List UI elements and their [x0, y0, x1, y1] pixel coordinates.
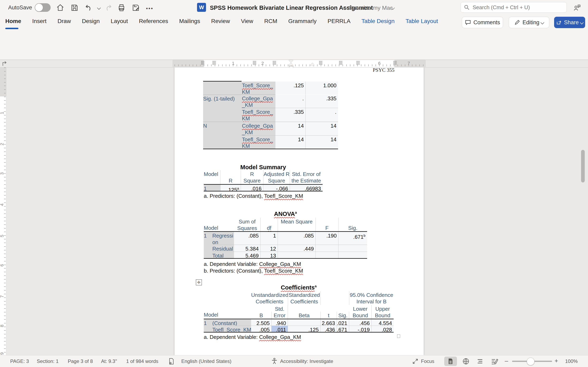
table-header-cell[interactable]: F [316, 218, 338, 231]
save-icon[interactable] [70, 4, 79, 12]
page-header-text[interactable]: PSYC 355 [373, 67, 394, 73]
document-page[interactable]: PSYC 355 Sig. (1-tailed) N Toefl_Score_K… [174, 67, 424, 355]
table-header-cell[interactable]: R Square [241, 170, 263, 184]
table-cell[interactable]: 2.663 [320, 319, 337, 325]
table-cell[interactable]: 12 [260, 245, 278, 252]
table-cell[interactable]: 1 [204, 319, 212, 332]
table-header-cell[interactable]: Model [204, 291, 251, 319]
table-header-cell[interactable]: Sig. [338, 218, 367, 231]
table-cell[interactable]: Toefl_Score_KM [212, 325, 251, 332]
focus-button[interactable]: Focus [421, 359, 434, 364]
zoom-level[interactable]: 100% [565, 359, 578, 364]
table-cell[interactable]: .085 [278, 232, 316, 245]
share-people-icon[interactable] [573, 4, 581, 12]
table-cell[interactable]: 13 [260, 252, 278, 258]
search-input[interactable] [472, 4, 563, 11]
table-cell[interactable]: 1 [204, 232, 212, 258]
undo-icon[interactable] [85, 4, 93, 12]
table-column-marker[interactable] [339, 61, 343, 65]
table-cell[interactable]: .940 [272, 319, 288, 325]
anova-footnote-a[interactable]: a. Dependent Variable: College_Gpa_KM [204, 261, 301, 267]
table-cell[interactable] [338, 252, 367, 258]
status-word-count[interactable]: 1 of 984 words [126, 359, 158, 364]
status-section[interactable]: Section: 1 [37, 359, 59, 364]
draft-view-icon[interactable] [491, 358, 498, 365]
table-column-marker[interactable] [273, 61, 276, 65]
table-cell[interactable]: .125a [221, 185, 241, 191]
tab-rcm[interactable]: RCM [264, 18, 277, 25]
table-cell[interactable]: 1.000 [306, 82, 338, 94]
table-column-marker[interactable] [212, 61, 216, 65]
table-cell[interactable]: 1 [260, 232, 278, 245]
table-cell[interactable]: Toefl_Score_KM [242, 82, 276, 94]
table-header-cell[interactable]: Model [204, 170, 221, 184]
table-cell[interactable]: 14 [276, 122, 306, 135]
tab-references[interactable]: References [139, 18, 168, 25]
table-column-marker[interactable] [319, 61, 323, 65]
anova-footnote-b[interactable]: b. Predictors: (Constant), Toefl_Score_K… [204, 268, 303, 274]
table-cell[interactable]: Residual [212, 245, 234, 252]
table-header-cell[interactable]: Beta [288, 312, 320, 319]
tab-perrla[interactable]: PERRLA [328, 18, 351, 25]
table-header-cell[interactable]: Upper Bound [372, 305, 394, 319]
table-header-group[interactable]: 95.0% Confidence Interval for B [349, 291, 394, 305]
table-header-cell[interactable]: t [320, 312, 337, 319]
table-cell[interactable]: Sig. (1-tailed) [203, 95, 242, 122]
table-header-cell[interactable]: Sig. [337, 312, 349, 319]
table-column-marker[interactable] [201, 61, 205, 65]
table-cell[interactable]: 2.505 [251, 319, 272, 325]
status-accessibility[interactable]: Accessibility: Investigate [280, 359, 333, 364]
table-cell[interactable]: .028 [372, 325, 394, 332]
table-cell[interactable] [316, 252, 338, 258]
table-cell[interactable]: .335 [306, 95, 338, 108]
table-column-marker[interactable] [253, 61, 256, 65]
accessibility-icon[interactable] [271, 358, 278, 365]
tab-stop-selector-icon[interactable] [1, 60, 8, 67]
first-line-indent-marker[interactable] [289, 60, 293, 63]
table-cell[interactable]: College_Gpa_KM [242, 94, 276, 108]
table-cell[interactable] [203, 82, 242, 95]
coefficients-table[interactable]: Model Unstandardized Coefficients Standa… [204, 291, 394, 333]
table-cell[interactable]: .449 [278, 245, 316, 252]
zoom-out-button[interactable]: – [505, 358, 508, 364]
table-cell[interactable] [338, 245, 367, 252]
status-page-label[interactable]: PAGE: 3 [10, 359, 29, 364]
status-at[interactable]: At: 9.3" [101, 359, 117, 364]
table-header-cell[interactable]: df [260, 218, 278, 231]
more-commands-icon[interactable]: ••• [146, 5, 153, 12]
table-cell[interactable]: 14 [306, 122, 338, 135]
table-header-group[interactable]: Standardized Coefficients [288, 291, 320, 305]
correlations-table[interactable]: Sig. (1-tailed) N Toefl_Score_KM .125 1.… [203, 81, 338, 149]
table-cell[interactable]: .436 [320, 325, 337, 332]
table-cell[interactable]: 5.384 [234, 245, 260, 252]
table-cell[interactable]: . [306, 108, 338, 122]
table-header-cell[interactable]: Lower Bound [349, 305, 372, 319]
share-button[interactable]: Share [554, 17, 585, 28]
status-language[interactable]: English (United States) [181, 359, 231, 364]
table-cell[interactable]: .021 [337, 319, 349, 325]
table-move-handle-icon[interactable]: ✛ [196, 279, 202, 285]
search-box[interactable] [461, 2, 567, 13]
zoom-in-button[interactable]: + [554, 358, 558, 364]
table-cell[interactable]: .335 [276, 108, 306, 122]
table-cell[interactable] [288, 319, 320, 325]
table-header-group[interactable]: Unstandardized Coefficients [251, 291, 288, 305]
tab-home[interactable]: Home [5, 18, 21, 25]
table-cell[interactable] [316, 245, 338, 252]
table-cell[interactable]: College_Gpa_KM [242, 122, 276, 135]
anova-title[interactable]: ANOVAa [204, 211, 367, 217]
table-cell[interactable]: 4.554 [372, 319, 394, 325]
saved-status[interactable]: — Saved to my Mac [341, 5, 393, 11]
table-header-cell[interactable]: R [221, 170, 241, 184]
table-cell[interactable]: . [276, 95, 306, 108]
autosave-toggle[interactable] [35, 3, 51, 12]
table-cell[interactable]: Toefl_Score_KM [242, 108, 276, 122]
tab-insert[interactable]: Insert [32, 18, 47, 25]
table-cell[interactable]: .456 [349, 319, 372, 325]
tab-mailings[interactable]: Mailings [179, 18, 200, 25]
table-cell[interactable] [278, 252, 316, 258]
table-header-cell[interactable]: Adjusted R Square [263, 170, 290, 184]
table-cell[interactable]: 14 [276, 135, 306, 149]
tab-layout[interactable]: Layout [111, 18, 128, 25]
tab-view[interactable]: View [241, 18, 253, 25]
